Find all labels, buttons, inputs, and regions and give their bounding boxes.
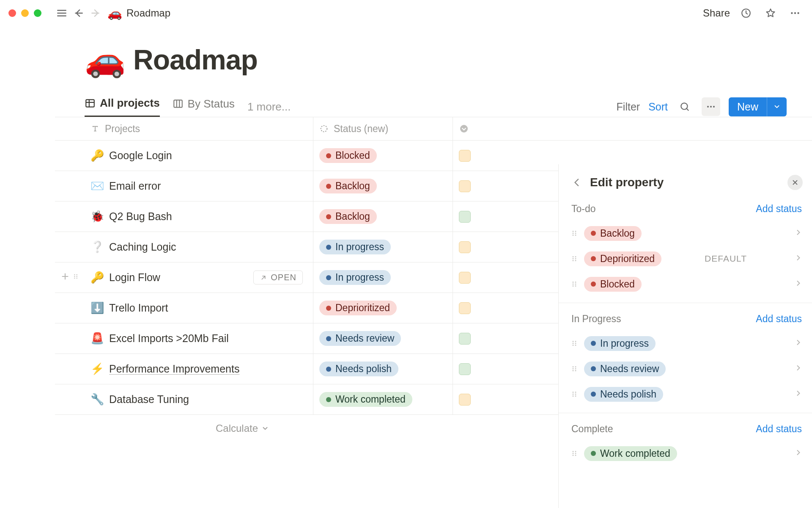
panel-back-button[interactable]: [571, 174, 584, 191]
cell-project[interactable]: ✉️ Email error: [85, 171, 313, 201]
cell-project[interactable]: ⚡ Performance Improvements: [85, 354, 313, 384]
back-button[interactable]: [70, 5, 87, 22]
cell-status[interactable]: Backlog: [313, 171, 453, 201]
svg-point-7: [707, 106, 709, 108]
page-emoji[interactable]: 🚗: [85, 43, 126, 76]
cell-extra[interactable]: [453, 202, 512, 232]
add-status-button[interactable]: Add status: [756, 423, 802, 435]
column-header-status[interactable]: Status (new): [313, 117, 453, 140]
cell-status[interactable]: In progress: [313, 232, 453, 262]
new-button[interactable]: New: [729, 97, 787, 116]
tag-pill: [459, 333, 471, 345]
cell-project[interactable]: 🐞 Q2 Bug Bash: [85, 202, 313, 232]
more-button[interactable]: [787, 5, 804, 22]
status-option-row[interactable]: Needs polish: [571, 381, 803, 407]
more-views-button[interactable]: 1 more...: [247, 100, 291, 113]
svg-point-15: [76, 276, 77, 277]
drag-handle[interactable]: [571, 389, 578, 400]
panel-close-button[interactable]: [787, 175, 803, 190]
cell-status[interactable]: Work completed: [313, 384, 453, 414]
drag-handle[interactable]: [571, 363, 578, 374]
column-header-extra[interactable]: [453, 117, 512, 140]
status-group-header: Complete Add status: [571, 421, 803, 441]
drag-handle[interactable]: [571, 253, 578, 264]
add-row-button[interactable]: [60, 271, 70, 284]
status-option-row[interactable]: Deprioritized DEFAULT: [571, 246, 803, 271]
tab-by-status[interactable]: By Status: [173, 97, 235, 116]
drag-handle[interactable]: [571, 448, 578, 459]
cell-extra[interactable]: [453, 323, 512, 353]
svg-point-41: [575, 345, 576, 346]
column-title: Status (new): [334, 123, 388, 135]
add-status-button[interactable]: Add status: [756, 313, 802, 325]
minimize-window-button[interactable]: [21, 9, 29, 17]
add-status-button[interactable]: Add status: [756, 203, 802, 215]
cell-status[interactable]: Blocked: [313, 141, 453, 171]
open-page-button[interactable]: OPEN: [253, 271, 303, 284]
column-header-projects[interactable]: Projects: [85, 117, 313, 140]
svg-point-57: [575, 453, 576, 454]
view-options-button[interactable]: [702, 97, 720, 116]
forward-button[interactable]: [87, 5, 104, 22]
arrow-right-icon: [90, 8, 101, 19]
breadcrumb[interactable]: 🚗 Roadmap: [107, 6, 170, 20]
cell-extra[interactable]: [453, 262, 512, 293]
cell-extra[interactable]: [453, 293, 512, 323]
svg-point-58: [573, 455, 574, 456]
cell-status[interactable]: Needs review: [313, 323, 453, 353]
cell-project[interactable]: 🔑 Login Flow OPEN: [85, 262, 313, 293]
search-button[interactable]: [676, 98, 693, 115]
cell-extra[interactable]: [453, 384, 512, 414]
status-pill: In progress: [319, 240, 391, 254]
cell-project[interactable]: 🚨 Excel Imports >20Mb Fail: [85, 323, 313, 353]
cell-project[interactable]: 🔧 Database Tuning: [85, 384, 313, 414]
cell-extra[interactable]: [453, 232, 512, 262]
svg-rect-5: [174, 100, 182, 107]
cell-project[interactable]: ❔ Caching Logic: [85, 232, 313, 262]
drag-handle[interactable]: [571, 338, 578, 349]
status-option-row[interactable]: Needs review: [571, 356, 803, 381]
cell-status[interactable]: In progress: [313, 262, 453, 293]
table-icon: [85, 98, 96, 109]
cell-extra[interactable]: [453, 354, 512, 384]
cell-status[interactable]: Backlog: [313, 202, 453, 232]
favorite-button[interactable]: [762, 5, 779, 22]
tab-all-projects[interactable]: All projects: [85, 97, 160, 117]
new-button-dropdown[interactable]: [767, 97, 787, 116]
drag-handle[interactable]: [72, 271, 79, 284]
filter-button[interactable]: Filter: [617, 101, 640, 113]
status-option-row[interactable]: Backlog: [571, 221, 803, 246]
svg-point-38: [573, 343, 574, 344]
cell-project[interactable]: 🔑 Google Login: [85, 141, 313, 171]
status-option-row[interactable]: Work completed: [571, 441, 803, 466]
row-icon: 🔧: [91, 393, 104, 406]
svg-point-45: [575, 368, 576, 370]
drag-handle[interactable]: [571, 279, 578, 290]
sort-button[interactable]: Sort: [648, 101, 668, 113]
panel-title: Edit property: [590, 176, 664, 189]
svg-point-39: [575, 343, 576, 344]
cell-extra[interactable]: [453, 171, 512, 201]
updates-button[interactable]: [738, 5, 754, 22]
cell-extra[interactable]: [453, 141, 512, 171]
svg-point-27: [575, 258, 576, 260]
svg-point-3: [797, 12, 799, 14]
page-heading[interactable]: Roadmap: [133, 44, 258, 76]
tag-pill: [459, 150, 471, 162]
cell-status[interactable]: Deprioritized: [313, 293, 453, 323]
svg-point-10: [321, 126, 327, 132]
sidebar-toggle-button[interactable]: [53, 5, 70, 22]
svg-point-42: [573, 366, 574, 367]
close-window-button[interactable]: [8, 9, 16, 17]
svg-point-12: [74, 274, 75, 275]
cell-status[interactable]: Needs polish: [313, 354, 453, 384]
share-button[interactable]: Share: [703, 7, 730, 19]
maximize-window-button[interactable]: [34, 9, 41, 17]
cell-project[interactable]: ⬇️ Trello Import: [85, 293, 313, 323]
breadcrumb-title: Roadmap: [126, 7, 170, 19]
status-option-row[interactable]: In progress: [571, 331, 803, 356]
drag-handle[interactable]: [571, 228, 578, 239]
svg-point-32: [573, 284, 574, 285]
status-option-row[interactable]: Blocked: [571, 271, 803, 297]
row-title: Google Login: [109, 149, 172, 162]
